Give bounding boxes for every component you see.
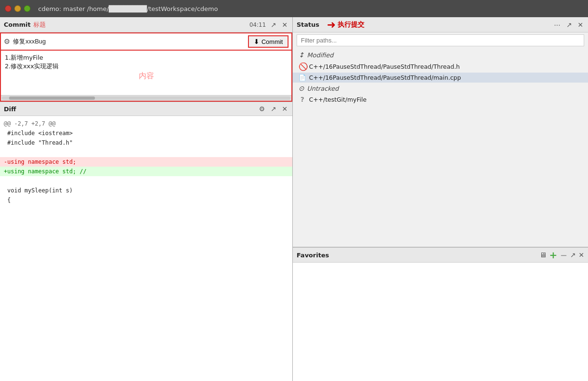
diff-line: void mySleep(int s) [0,186,292,195]
diff-line-removed: -using namespace std; [0,157,292,167]
status-section: Status ➜ 执行提交 ⋯ ↗ ✕ [293,17,588,247]
diff-line-added: +using namespace std; // [0,167,292,176]
commit-btn-label: Commit [261,38,283,45]
status-dots-icon[interactable]: ⋯ [553,20,562,30]
status-item-main-cpp[interactable]: 📄 C++/16PauseStdThread/PauseStdThread/ma… [293,73,588,83]
right-panel: Status ➜ 执行提交 ⋯ ↗ ✕ [293,17,588,381]
diff-close-icon[interactable]: ✕ [281,104,289,114]
diff-gear-icon[interactable]: ⚙ [258,104,266,114]
favorites-title: Favorites [297,252,329,259]
status-close-icon[interactable]: ✕ [577,20,584,30]
diff-line: #include <iostream> [0,128,292,138]
minimize-button[interactable] [14,5,21,12]
favorites-close-icon[interactable]: ✕ [578,251,584,259]
diff-section: Diff ⚙ ↗ ✕ @@ -2,7 +2,7 @@ #include <ios… [0,102,292,381]
modified-group-header: ↕ Modified [293,49,588,61]
commit-message-area: 1.新增myFile 2.修改xxx实现逻辑 内容 [0,51,292,102]
diff-line: { [0,195,292,205]
arrow-annotation: ➜ 执行提交 [327,20,364,30]
status-item-path: C++/16PauseStdThread/PauseStdThread/Thre… [309,63,460,70]
scrollbar-thumb[interactable] [9,96,95,100]
status-item-path: C++/16PauseStdThread/PauseStdThread/main… [309,74,461,81]
titlebar-title: cdemo: master /home/████████/testWorkspa… [38,5,218,12]
diff-content: @@ -2,7 +2,7 @@ #include <iostream> #inc… [0,116,292,381]
status-item-path: C++/testGit/myFile [309,96,367,103]
status-list: ↕ Modified 🚫 C++/16PauseStdThread/PauseS… [293,48,588,247]
diff-header: Diff ⚙ ↗ ✕ [0,102,292,116]
filter-container [293,32,588,48]
favorites-section: Favorites 🖥 + − ↗ ✕ [293,247,588,381]
favorites-icons: 🖥 + − ↗ ✕ [539,249,584,261]
commit-header-right: 04:11 ↗ ✕ [249,20,289,30]
time-display: 04:11 [249,21,266,28]
status-item-myfile[interactable]: ? C++/testGit/myFile [293,94,588,105]
status-item-thread-h[interactable]: 🚫 C++/16PauseStdThread/PauseStdThread/Th… [293,61,588,73]
diff-header-icons: ⚙ ↗ ✕ [258,104,289,114]
favorites-add-icon[interactable]: + [549,249,557,261]
untracked-group-header: ⊙ Untracked [293,83,588,94]
filter-input[interactable] [297,34,584,46]
download-icon: ⬇ [254,38,259,45]
external-link-icon[interactable]: ↗ [270,20,278,30]
window-controls [5,5,31,12]
untracked-group-icon: ⊙ [299,85,304,92]
left-panel: Commit 标题 04:11 ↗ ✕ ⚙ ⬇ Commit 1 [0,17,293,381]
diff-line: @@ -2,7 +2,7 @@ [0,119,292,128]
commit-subject-row: ⚙ ⬇ Commit [0,32,292,51]
close-button[interactable] [5,5,11,12]
file-icon: 📄 [299,74,306,81]
status-header-left: Status ➜ 执行提交 [297,20,364,30]
untracked-icon: ? [299,95,306,103]
annotation-text: 执行提交 [338,21,364,29]
close-commit-icon[interactable]: ✕ [281,20,289,30]
diff-line [0,176,292,186]
commit-message-textarea[interactable]: 1.新增myFile 2.修改xxx实现逻辑 [1,51,291,94]
commit-section: ⚙ ⬇ Commit 1.新增myFile 2.修改xxx实现逻辑 内容 [0,32,292,102]
diff-title: Diff [4,106,16,113]
deleted-icon: 🚫 [299,62,306,71]
maximize-button[interactable] [24,5,31,12]
favorites-remove-icon[interactable]: − [560,250,567,260]
commit-button[interactable]: ⬇ Commit [248,35,289,48]
favorites-body [293,263,588,381]
gear-icon[interactable]: ⚙ [4,37,10,46]
scrollbar-track [2,96,290,100]
diff-line [0,148,292,157]
modified-group-icon: ↕ [299,51,304,59]
commit-subject-input[interactable] [13,38,245,45]
untracked-group-label: Untracked [307,85,339,92]
horizontal-scrollbar[interactable] [1,95,291,101]
status-header: Status ➜ 执行提交 ⋯ ↗ ✕ [293,17,588,32]
commit-header-left: Commit 标题 [4,21,46,29]
main-content: Commit 标题 04:11 ↗ ✕ ⚙ ⬇ Commit 1 [0,17,588,381]
commit-annotation: 标题 [33,21,46,29]
status-header-right: ⋯ ↗ ✕ [553,20,584,30]
commit-header: Commit 标题 04:11 ↗ ✕ [0,17,292,32]
favorites-monitor-icon[interactable]: 🖥 [539,251,547,259]
red-arrow-icon: ➜ [327,20,336,30]
diff-external-icon[interactable]: ↗ [270,104,278,114]
status-title: Status [297,21,320,28]
favorites-external-icon[interactable]: ↗ [570,251,576,259]
titlebar: cdemo: master /home/████████/testWorkspa… [0,0,588,17]
status-external-icon[interactable]: ↗ [566,20,573,30]
diff-line: #include "Thread.h" [0,138,292,148]
favorites-header: Favorites 🖥 + − ↗ ✕ [293,247,588,263]
commit-title: Commit [4,21,31,28]
modified-group-label: Modified [307,52,333,59]
